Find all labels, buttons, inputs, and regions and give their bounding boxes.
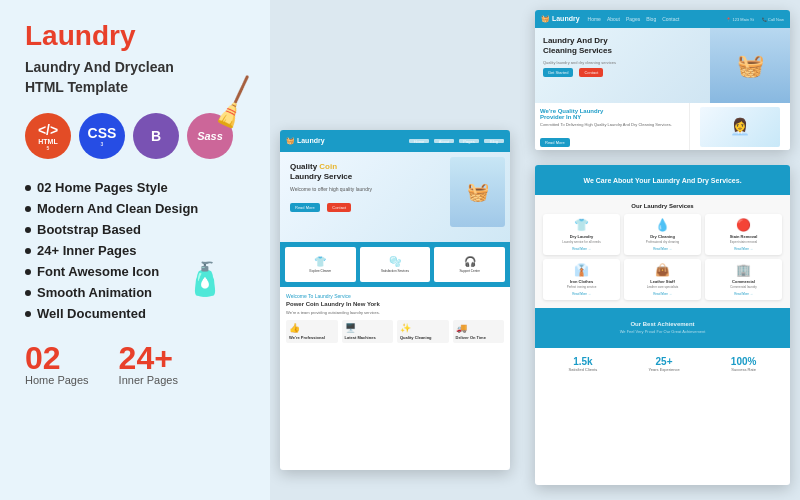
service-iron: 👔 Iron Clothes Perfect ironing service R… bbox=[543, 259, 620, 300]
badge-html: </> HTML 5 bbox=[25, 113, 71, 159]
stats-row: 02 Home Pages 24+ Inner Pages bbox=[25, 342, 245, 386]
mockup-contact-btn: Contact bbox=[327, 203, 351, 212]
left-panel: Laundry Laundry And Dryclean HTML Templa… bbox=[0, 0, 270, 500]
feature-inner-pages: 24+ Inner Pages bbox=[25, 240, 245, 261]
mockup2-hero: Laundry And DryCleaning Services Quality… bbox=[535, 28, 790, 103]
badge-bootstrap: B bbox=[133, 113, 179, 159]
features-list: 02 Home Pages Style Modern And Clean Des… bbox=[25, 177, 245, 324]
mockup2-bottom-image: 👩‍💼 bbox=[690, 103, 790, 150]
right-panel: ✨ 🧺 Laundry Home About Pages Blog Qualit… bbox=[270, 0, 800, 500]
mockup3-hero: We Care About Your Laundry And Dry Servi… bbox=[535, 165, 790, 195]
mockup3-achievement: Our Best Achievement We Feel Very Proud … bbox=[535, 308, 790, 348]
mockup-readmore-btn: Read More bbox=[290, 203, 320, 212]
mockup-main-logo: 🧺 Laundry bbox=[286, 137, 325, 145]
mockup-secondary: 🧺 Laundry Home About Pages Blog Contact … bbox=[535, 10, 790, 150]
feature-modern-design: Modern And Clean Design bbox=[25, 198, 245, 219]
mockup-card-cleaner: 👕 Explore Cleaner bbox=[285, 247, 356, 282]
mockup3-stat-clients: 1.5k Satisfied Clients bbox=[569, 356, 598, 372]
mockup-main-hero: Quality CoinLaundry Service Welcome to o… bbox=[280, 152, 510, 242]
service-leather: 👜 Leather Staff Leather care specialists… bbox=[624, 259, 701, 300]
mockup2-info: 📍 123 Main St 📞 Call Now bbox=[726, 17, 784, 22]
feature-bootstrap: Bootstrap Based bbox=[25, 219, 245, 240]
mockup-secondary-header: 🧺 Laundry Home About Pages Blog Contact … bbox=[535, 10, 790, 28]
mockup-hero-image: 🧺 bbox=[450, 157, 505, 227]
mockup3-services: Our Laundry Services 👕 Dry Laundry Laund… bbox=[535, 195, 790, 308]
badge-css: CSS 3 bbox=[79, 113, 125, 159]
mockup-tertiary: We Care About Your Laundry And Dry Servi… bbox=[535, 165, 790, 485]
mockup-main-header: 🧺 Laundry Home About Pages Blog bbox=[280, 130, 510, 152]
drink-icon: 🧴 bbox=[185, 260, 225, 298]
feature-documented: Well Documented bbox=[25, 303, 245, 324]
mockup-power-cleaning: ✨ Quality Cleaning bbox=[397, 320, 449, 343]
mockup-power-machines: 🖥️ Latest Machines bbox=[342, 320, 394, 343]
mockup2-bottom: We're Quality LaundryProvider In NY Comm… bbox=[535, 103, 790, 150]
brand-title: Laundry bbox=[25, 20, 245, 52]
stat-home-pages: 02 Home Pages bbox=[25, 342, 89, 386]
service-commercial: 🏢 Commercial Commercial laundry Read Mor… bbox=[705, 259, 782, 300]
mockup-card-support: 🎧 Support Center bbox=[434, 247, 505, 282]
service-stain: 🔴 Stain Removal Expert stain removal Rea… bbox=[705, 214, 782, 255]
mockup2-hero-image: 🧺 bbox=[710, 28, 790, 103]
mockup3-stat-success: 100% Success Rate bbox=[731, 356, 757, 372]
mockup-power-professional: 👍 We're Professional bbox=[286, 320, 338, 343]
mockup-power-deliver: 🚚 Deliver On Time bbox=[453, 320, 505, 343]
mockup2-nav: Home About Pages Blog Contact bbox=[588, 16, 680, 22]
feature-pages-style: 02 Home Pages Style bbox=[25, 177, 245, 198]
mockup-power-section: Welcome To Laundry Service Power Coin La… bbox=[280, 287, 510, 349]
mockup-card-services: 🫧 Satisfaction Services bbox=[360, 247, 431, 282]
service-dry-cleaning: 💧 Dry Cleaning Professional dry cleaning… bbox=[624, 214, 701, 255]
mockup3-stat-experience: 25+ Years Experience bbox=[648, 356, 679, 372]
mockup3-stats: 1.5k Satisfied Clients 25+ Years Experie… bbox=[535, 348, 790, 380]
mockup2-logo: 🧺 Laundry bbox=[541, 15, 580, 23]
mockup-main-nav: Home About Pages Blog bbox=[409, 139, 504, 143]
tech-badges: </> HTML 5 CSS 3 B Sass bbox=[25, 113, 245, 159]
mockup-power-cards: 👍 We're Professional 🖥️ Latest Machines … bbox=[286, 320, 504, 343]
mockup3-services-grid: 👕 Dry Laundry Laundry service for all ne… bbox=[543, 214, 782, 300]
mockup-services-bar: 👕 Explore Cleaner 🫧 Satisfaction Service… bbox=[280, 242, 510, 287]
stat-inner-pages: 24+ Inner Pages bbox=[119, 342, 178, 386]
service-dry-laundry: 👕 Dry Laundry Laundry service for all ne… bbox=[543, 214, 620, 255]
mockup-main: 🧺 Laundry Home About Pages Blog Quality … bbox=[280, 130, 510, 470]
